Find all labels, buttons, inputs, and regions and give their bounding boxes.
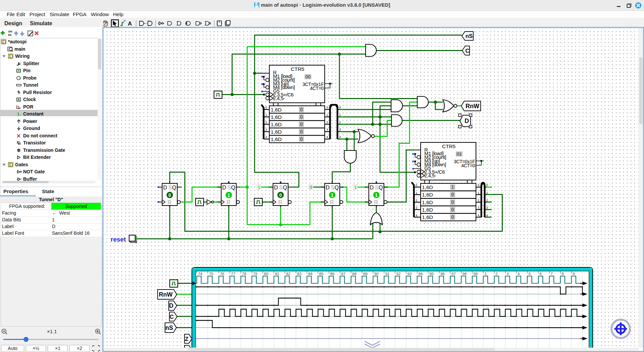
svg-text:0: 0 — [300, 114, 303, 120]
svg-text:RnW: RnW — [466, 103, 479, 109]
svg-text:0: 0 — [279, 192, 282, 198]
svg-text:Q: Q — [172, 185, 176, 190]
svg-text:2: 2 — [265, 121, 267, 124]
svg-text:79: 79 — [253, 272, 257, 276]
svg-text:99: 99 — [473, 272, 478, 276]
svg-text:83: 83 — [297, 272, 302, 276]
svg-text:89: 89 — [363, 272, 368, 276]
svg-text:4CT=0: 4CT=0 — [310, 86, 324, 91]
svg-text:D: D — [274, 185, 278, 190]
svg-text:R: R — [374, 200, 378, 205]
svg-text:S: S — [168, 185, 172, 190]
svg-text:DL: DL — [8, 33, 12, 37]
svg-text:C: C — [465, 48, 469, 54]
svg-text:S: S — [227, 185, 231, 190]
svg-text:1,6D: 1,6D — [271, 107, 282, 113]
svg-text:0: 0 — [326, 106, 328, 109]
svg-text:87: 87 — [341, 272, 345, 276]
svg-text:1: 1 — [478, 191, 479, 194]
svg-text:1,6D: 1,6D — [271, 122, 282, 127]
svg-text:2: 2 — [326, 121, 328, 124]
svg-text:8: 8 — [561, 272, 564, 276]
svg-text:2: 2 — [486, 199, 488, 202]
svg-text:0: 0 — [168, 192, 171, 198]
svg-text:4: 4 — [478, 214, 479, 217]
svg-text:0: 0 — [451, 214, 454, 220]
svg-text:Q: Q — [231, 185, 235, 190]
svg-text:R: R — [278, 200, 282, 205]
svg-text:4: 4 — [486, 214, 488, 217]
svg-text:nS: nS — [466, 33, 473, 39]
svg-text:2: 2 — [339, 121, 341, 124]
svg-text:75: 75 — [209, 272, 213, 276]
svg-text:reset: reset — [111, 236, 126, 243]
svg-text:1: 1 — [17, 112, 19, 117]
svg-text:95: 95 — [429, 272, 434, 276]
svg-text:88: 88 — [352, 272, 357, 276]
svg-text:1: 1 — [265, 113, 267, 117]
svg-text:82: 82 — [286, 272, 290, 276]
svg-text:4: 4 — [416, 214, 417, 217]
svg-text:2: 2 — [495, 272, 497, 276]
svg-text:1,6D: 1,6D — [422, 200, 433, 205]
svg-text:76: 76 — [220, 272, 224, 276]
svg-text:0: 0 — [300, 107, 303, 112]
svg-text:90: 90 — [374, 272, 379, 276]
svg-text:1: 1 — [451, 184, 454, 190]
svg-text:×1.1: ×1.1 — [47, 328, 57, 334]
svg-text:1: 1 — [326, 113, 328, 117]
svg-text:0: 0 — [300, 129, 303, 134]
svg-text:D: D — [163, 185, 167, 190]
svg-text:Q: Q — [283, 185, 287, 190]
svg-text:3: 3 — [265, 128, 267, 131]
svg-text:Q: Q — [379, 185, 383, 190]
svg-text:1,6D: 1,6D — [422, 214, 433, 220]
svg-text:0: 0 — [451, 200, 454, 205]
svg-text:CTR5: CTR5 — [291, 66, 304, 72]
svg-text:1: 1 — [331, 192, 334, 198]
svg-text:1,6D: 1,6D — [422, 207, 433, 213]
svg-text:0: 0 — [478, 183, 479, 187]
svg-text:D: D — [326, 185, 330, 190]
svg-text:00: 00 — [305, 74, 310, 79]
svg-text:1: 1 — [258, 185, 260, 190]
svg-text:91: 91 — [385, 272, 390, 276]
svg-text:97: 97 — [451, 272, 456, 276]
svg-text:2,4,5-: 2,4,5- — [273, 95, 285, 101]
svg-text:7: 7 — [550, 272, 552, 276]
svg-text:4: 4 — [326, 135, 328, 139]
svg-text:2: 2 — [478, 199, 479, 202]
svg-text:A: A — [128, 20, 132, 27]
svg-text:R: R — [330, 200, 334, 205]
svg-text:92: 92 — [396, 272, 401, 276]
svg-text:1: 1 — [227, 192, 230, 198]
svg-text:2: 2 — [416, 199, 417, 202]
svg-text:96: 96 — [440, 272, 445, 276]
svg-text:0: 0 — [265, 106, 267, 109]
svg-text:1,6D: 1,6D — [422, 192, 433, 197]
svg-text:80: 80 — [264, 272, 268, 276]
svg-text:D: D — [465, 118, 469, 124]
svg-text:S: S — [375, 185, 379, 190]
svg-text:0: 0 — [300, 122, 303, 127]
svg-text:0: 0 — [416, 183, 417, 187]
svg-text:4: 4 — [518, 272, 520, 276]
svg-text:84: 84 — [308, 272, 313, 276]
svg-text:0: 0 — [451, 207, 454, 212]
svg-text:0: 0 — [310, 185, 312, 190]
svg-text:1,6D: 1,6D — [271, 136, 282, 142]
svg-text:1: 1 — [339, 113, 341, 117]
svg-text:0: 0 — [486, 183, 488, 187]
svg-text:4CT=0: 4CT=0 — [461, 163, 475, 168]
svg-text:6: 6 — [540, 272, 542, 276]
svg-text:1: 1 — [375, 192, 378, 198]
svg-text:R: R — [167, 200, 171, 205]
svg-text:3: 3 — [478, 206, 479, 209]
svg-text:VH: VH — [8, 30, 12, 33]
svg-text:94: 94 — [418, 272, 423, 276]
svg-text:3: 3 — [486, 206, 488, 209]
svg-text:C: C — [170, 314, 174, 320]
svg-text:RnW: RnW — [159, 291, 173, 298]
svg-text:1: 1 — [416, 191, 417, 194]
svg-text:85: 85 — [319, 272, 324, 276]
